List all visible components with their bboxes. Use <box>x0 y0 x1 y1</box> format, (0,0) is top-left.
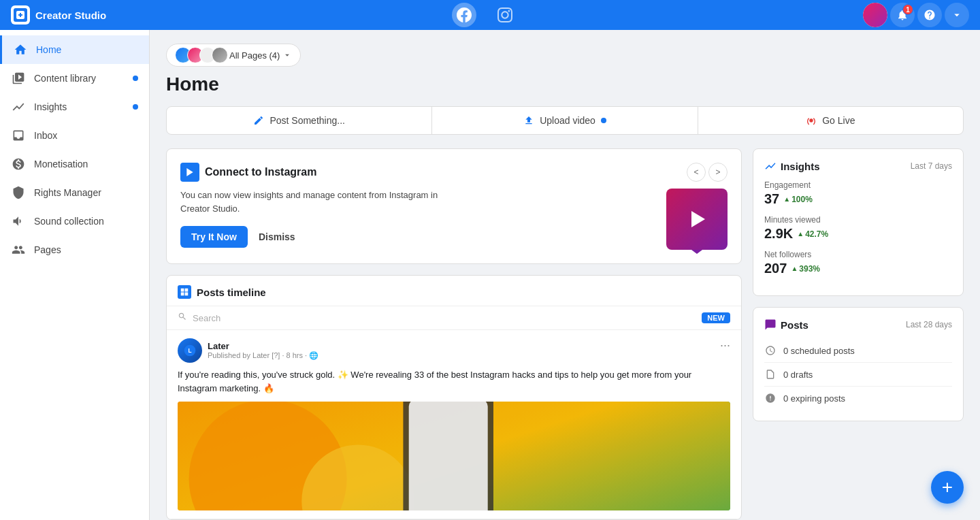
next-button[interactable]: > <box>708 163 728 182</box>
post-author: L Later Published by Later [?] · 8 hrs ·… <box>178 338 318 363</box>
all-pages-label: All Pages (4) <box>229 50 280 61</box>
metric-minutes: Minutes viewed 2.9K ▲ 42.7% <box>764 215 952 242</box>
insights-card-header: Insights Last 7 days <box>764 160 952 172</box>
followers-value: 207 ▲ 393% <box>764 261 952 276</box>
fab-button[interactable]: + <box>931 471 964 504</box>
new-badge[interactable]: NEW <box>702 312 730 323</box>
insights-card-title: Insights <box>781 161 820 172</box>
sidebar-label-content-library: Content library <box>34 73 96 84</box>
posts-period: Last 28 days <box>906 320 952 329</box>
sidebar-item-monetisation[interactable]: Monetisation <box>0 150 149 178</box>
all-pages-button[interactable]: All Pages (4) <box>166 44 301 67</box>
upload-icon <box>523 115 534 126</box>
connect-instagram-card: Connect to Instagram < > You can now vie… <box>166 148 742 264</box>
minutes-pct: 42.7% <box>805 229 828 239</box>
content-library-dot <box>133 76 138 81</box>
facebook-tab[interactable] <box>452 3 476 27</box>
engagement-change: ▲ 100% <box>783 195 813 204</box>
video-thumbnail <box>666 189 728 250</box>
connect-actions: Try It Now Dismiss <box>180 226 439 248</box>
search-inner: Search <box>178 312 702 324</box>
connect-text: You can now view insights and manage con… <box>180 189 439 215</box>
edit-icon <box>253 115 264 126</box>
notifications-button[interactable]: 1 <box>890 3 915 27</box>
timeline-search: Search NEW <box>167 306 741 330</box>
connect-icon <box>180 163 199 182</box>
sidebar-item-insights[interactable]: Insights <box>0 93 149 121</box>
followers-change: ▲ 393% <box>791 264 820 274</box>
upload-indicator <box>601 118 606 123</box>
page-title: Home <box>166 74 964 95</box>
sidebar-item-sound-collection[interactable]: Sound collection <box>0 207 149 235</box>
go-live-button[interactable]: Go Live <box>698 107 963 134</box>
minutes-number: 2.9K <box>764 226 793 242</box>
insights-dot <box>133 104 138 110</box>
rights-manager-icon <box>11 185 26 200</box>
help-button[interactable] <box>917 3 942 27</box>
home-icon <box>13 42 28 57</box>
sidebar-label-rights-manager: Rights Manager <box>34 187 101 198</box>
instagram-tab[interactable] <box>493 3 517 27</box>
minutes-arrow: ▲ <box>797 230 804 238</box>
logo-icon <box>16 10 25 20</box>
connect-title: Connect to Instagram <box>180 163 316 182</box>
scheduled-posts-label: 0 scheduled posts <box>783 346 855 356</box>
post-more-button[interactable]: ··· <box>720 338 730 353</box>
sidebar-label-insights: Insights <box>34 101 67 112</box>
post-meta: Published by Later [?] · 8 hrs · 🌐 <box>208 351 318 360</box>
prev-button[interactable]: < <box>687 163 706 182</box>
drafts-stat: 0 drafts <box>764 363 952 387</box>
expiring-posts-stat: 0 expiring posts <box>764 387 952 410</box>
chevron-down-icon <box>951 9 963 21</box>
page-header: All Pages (4) Home <box>166 44 964 95</box>
metric-followers: Net followers 207 ▲ 393% <box>764 250 952 276</box>
metric-engagement: Engagement 37 ▲ 100% <box>764 180 952 207</box>
app-logo <box>11 5 30 25</box>
sidebar-item-rights-manager[interactable]: Rights Manager <box>0 178 149 207</box>
nav-brand: Creator Studio <box>11 5 106 25</box>
app-title: Creator Studio <box>35 10 106 21</box>
inbox-icon <box>11 128 26 143</box>
dismiss-button[interactable]: Dismiss <box>259 231 295 242</box>
insights-period: Last 7 days <box>911 161 952 171</box>
top-nav: Creator Studio 1 <box>0 0 980 30</box>
action-bar: Post Something... Upload video Go Live <box>166 106 964 135</box>
minutes-change: ▲ 42.7% <box>797 229 828 239</box>
engagement-arrow: ▲ <box>783 195 790 203</box>
followers-label: Net followers <box>764 250 952 259</box>
sidebar-item-content-library[interactable]: Content library <box>0 64 149 93</box>
right-column: Insights Last 7 days Engagement 37 ▲ 100… <box>753 148 964 520</box>
sidebar-item-pages[interactable]: Pages <box>0 235 149 264</box>
followers-pct: 393% <box>799 264 820 274</box>
post-something-button[interactable]: Post Something... <box>167 107 432 134</box>
connect-image <box>666 189 728 250</box>
menu-button[interactable] <box>945 3 969 27</box>
post-published-by: Published by Later [?] · 8 hrs · <box>208 351 307 359</box>
sidebar-item-inbox[interactable]: Inbox <box>0 121 149 150</box>
insights-card-icon <box>764 160 777 172</box>
connect-nav: < > <box>687 163 728 182</box>
sidebar-label-inbox: Inbox <box>34 130 57 141</box>
upload-video-button[interactable]: Upload video <box>432 107 698 134</box>
svg-text:L: L <box>188 347 191 354</box>
page-avatar-4 <box>212 47 228 63</box>
sidebar: Home Content library Insights Inbox <box>0 30 150 520</box>
drafts-label: 0 drafts <box>783 370 813 380</box>
followers-number: 207 <box>764 261 787 276</box>
try-it-now-button[interactable]: Try It Now <box>180 226 248 248</box>
user-avatar[interactable] <box>863 3 887 27</box>
later-logo: L <box>183 344 197 357</box>
timeline-title: Posts timeline <box>197 287 266 298</box>
connect-title-text: Connect to Instagram <box>205 166 316 178</box>
grid-icon <box>180 287 189 297</box>
timeline-icon <box>178 285 191 299</box>
post-globe: 🌐 <box>309 351 318 359</box>
post-item: L Later Published by Later [?] · 8 hrs ·… <box>167 330 741 519</box>
post-image-overlay <box>178 402 730 510</box>
followers-arrow: ▲ <box>791 265 798 272</box>
engagement-value: 37 ▲ 100% <box>764 191 952 207</box>
notification-count: 1 <box>902 4 913 15</box>
two-column-layout: Connect to Instagram < > You can now vie… <box>166 148 964 520</box>
sidebar-item-home[interactable]: Home <box>0 35 149 64</box>
post-something-label: Post Something... <box>270 115 345 126</box>
